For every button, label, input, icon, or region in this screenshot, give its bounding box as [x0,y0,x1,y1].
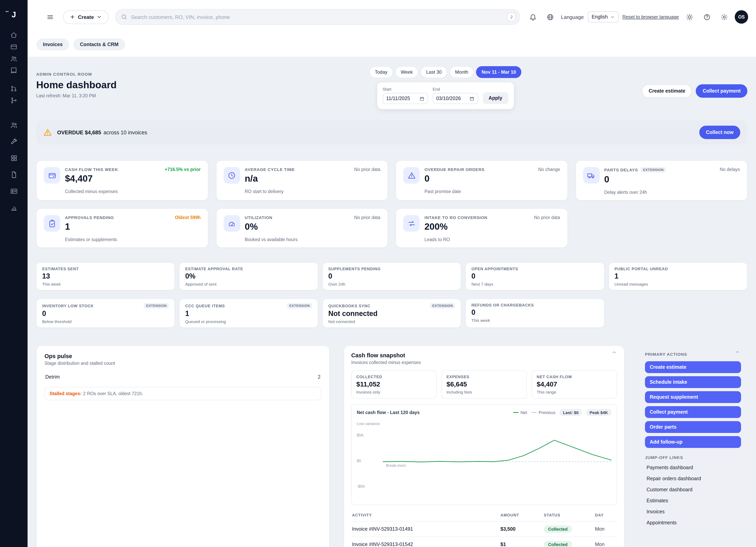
action-schedule-intake[interactable]: Schedule intake [645,376,741,388]
stage-count: 2 [318,374,321,380]
search-icon [121,14,127,20]
sidebar-item-estimates[interactable] [6,83,21,94]
apply-button[interactable]: Apply [483,92,508,104]
link-invoices[interactable]: Invoices [645,506,741,517]
sidebar-item-tools[interactable] [6,133,21,150]
tab-invoices[interactable]: Invoices [36,39,69,50]
stat-card-estimates-sent: ESTIMATES SENT 13 This week [36,262,175,290]
table-row[interactable]: Invoice #INV-529313-01542 $1 Collected M… [351,537,617,547]
sidebar-item-integrations[interactable] [6,150,21,166]
settings-button[interactable] [717,10,731,24]
wallet-icon [44,167,60,183]
link-estimates[interactable]: Estimates [645,495,741,506]
col-activity: ACTIVITY [352,513,500,517]
period-week[interactable]: Week [395,66,418,78]
help-button[interactable] [700,10,713,24]
stat-card-quickbooks-sync: QUICKBOOKS SYNCEXTENSION Not connected N… [322,299,461,328]
tab-contacts-crm[interactable]: Contacts & CRM [73,39,125,50]
search-input[interactable] [131,14,504,20]
sidebar-item-payments[interactable] [6,183,21,199]
sidebar-item-customers[interactable] [6,53,21,65]
chevron-up-icon [735,350,740,355]
hamburger-menu-button[interactable] [43,10,57,24]
global-search[interactable]: J [115,9,520,25]
action-order-parts[interactable]: Order parts [645,421,741,433]
sidebar-item-home[interactable] [6,29,21,41]
mini-stat-net-cash-flow: NET CASH FLOW $4,407 This range [532,370,617,399]
link-customer-dashboard[interactable]: Customer dashboard [645,484,741,495]
period-month[interactable]: Month [449,66,474,78]
table-row[interactable]: Invoice #INV-529313-01491 $3,500 Collect… [351,521,617,537]
notifications-button[interactable] [526,10,540,24]
period-today[interactable]: Today [369,66,393,78]
net-line-swatch [513,412,518,413]
collect-now-button[interactable]: Collect now [699,126,740,139]
sidebar-item-invoices[interactable] [6,41,21,53]
link-appointments[interactable]: Appointments [645,517,741,528]
period-custom-range[interactable]: Nov 11 - Mar 10 [476,66,522,78]
kpi-note: No prior data [354,167,380,172]
cash-flow-card: Cash flow snapshot Invoices collected mi… [344,346,624,547]
app-root: J •• Create [0,0,756,547]
kpi-value: 0% [245,221,349,232]
chevron-up-icon [611,350,617,355]
stat-desc: Over 24h [328,282,455,287]
gear-icon [720,13,728,21]
collect-payment-button[interactable]: Collect payment [696,84,747,98]
end-date-input-wrap[interactable] [433,93,478,104]
sidebar-item-reports[interactable] [6,199,21,216]
action-add-follow-up[interactable]: Add follow-up [645,436,741,448]
collapse-cash-flow-button[interactable] [611,350,619,358]
kpi-desc: Collected minus expenses [65,189,201,194]
stat-desc: This week [42,282,169,287]
action-request-supplement[interactable]: Request supplement [645,391,741,403]
globe-button[interactable] [544,10,557,24]
sidebar-item-supplements[interactable] [6,94,21,106]
overdue-alert-banner: OVERDUE $4,685across 10 invoices Collect… [36,120,747,144]
git-branch-icon [10,85,17,92]
start-date-input-wrap[interactable] [383,93,428,104]
kpi-value: 0 [604,174,715,185]
kpi-card-parts-delays: PARTS DELAYSEXTENSION 0 No delays Delay … [575,160,747,200]
truck-icon [583,167,599,183]
kpi-value: $4,407 [65,173,160,184]
chevron-down-icon [610,15,614,19]
collapse-primary-actions-button[interactable] [735,350,743,357]
action-create-estimate[interactable]: Create estimate [645,361,741,373]
stat-value: 1 [614,272,741,281]
create-button[interactable]: Create [63,10,109,24]
kpi-label: AVERAGE CYCLE TIME [245,167,295,172]
theme-toggle-button[interactable] [683,10,696,24]
sidebar-item-documents[interactable] [6,166,21,183]
start-date-input[interactable] [386,96,417,101]
activity-table-header: ACTIVITY AMOUNT STATUS DAY [351,511,617,521]
link-payments-dashboard[interactable]: Payments dashboard [645,462,741,473]
stat-card-ccc-queue: CCC QUEUE ITEMSEXTENSION 1 Queued or pro… [179,299,318,328]
bar-chart-icon [10,204,18,211]
end-date-input[interactable] [436,96,467,101]
link-repair-orders-dashboard[interactable]: Repair orders dashboard [645,473,741,484]
app-logo[interactable]: J •• [12,0,16,29]
kpi-card-intake-conversion: INTAKE TO RO CONVERSION 200% No prior da… [396,208,568,248]
calendar-icon [469,96,474,101]
sidebar-item-journal[interactable] [6,65,21,76]
chevron-down-icon [97,14,102,20]
y-label-neg5k: -$5K [357,484,365,489]
sidebar-item-contacts[interactable] [6,117,21,133]
start-date-field: Start [383,87,428,104]
language-select[interactable]: English [588,11,618,22]
action-collect-payment[interactable]: Collect payment [645,406,741,418]
stat-label: ESTIMATES SENT [42,267,79,271]
bell-icon [529,13,537,21]
activity-table: ACTIVITY AMOUNT STATUS DAY Invoice #INV-… [351,511,617,547]
overdue-alert-text: OVERDUE $4,685across 10 invoices [57,129,147,136]
bottom-section: Ops pulse Stage distribution and stalled… [36,346,747,547]
page-title: Home dashboard [36,79,249,91]
period-last30[interactable]: Last 30 [421,66,447,78]
user-avatar[interactable]: OS [735,10,748,24]
reset-language-link[interactable]: Reset to browser language [622,14,679,20]
gauge-icon [223,215,240,232]
stat-card-inventory-low-stock: INVENTORY LOW STOCKEXTENSION 0 Below thr… [36,299,175,328]
stalled-stages-label: Stalled stages: [50,391,82,396]
create-estimate-button[interactable]: Create estimate [642,84,692,98]
